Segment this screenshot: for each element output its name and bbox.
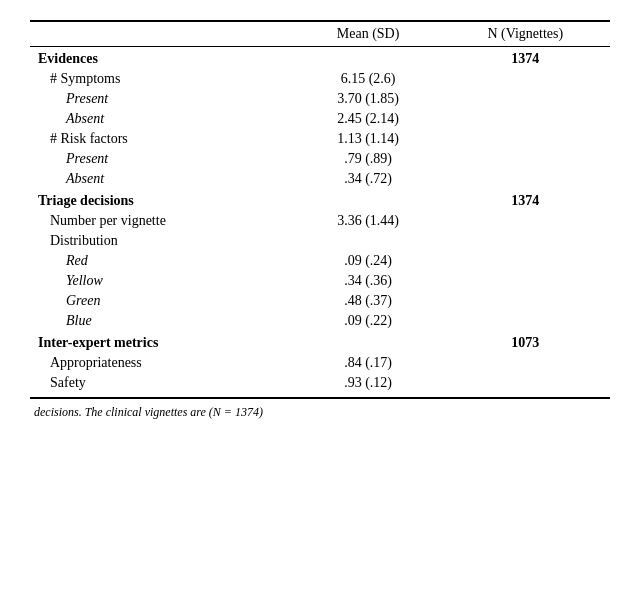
col-label-header	[30, 21, 296, 47]
row-label: Yellow	[30, 271, 296, 291]
table-row: # Risk factors1.13 (1.14)	[30, 129, 610, 149]
table-row: Distribution	[30, 231, 610, 251]
row-mean-sd: .48 (.37)	[296, 291, 441, 311]
row-n-vignettes	[441, 69, 610, 89]
row-mean-sd: .93 (.12)	[296, 373, 441, 398]
row-n-vignettes	[441, 373, 610, 398]
row-label: Present	[30, 149, 296, 169]
row-label: Blue	[30, 311, 296, 331]
row-label: Green	[30, 291, 296, 311]
row-label: # Symptoms	[30, 69, 296, 89]
table-row: Blue.09 (.22)	[30, 311, 610, 331]
table-row: Absent.34 (.72)	[30, 169, 610, 189]
table-row: Green.48 (.37)	[30, 291, 610, 311]
row-n-vignettes: 1374	[441, 47, 610, 70]
row-mean-sd: .09 (.24)	[296, 251, 441, 271]
table-row: Safety.93 (.12)	[30, 373, 610, 398]
row-n-vignettes	[441, 169, 610, 189]
row-label: Present	[30, 89, 296, 109]
row-n-vignettes	[441, 211, 610, 231]
row-n-vignettes	[441, 149, 610, 169]
row-label: Absent	[30, 109, 296, 129]
table-row: Triage decisions1374	[30, 189, 610, 211]
table-header-row: Mean (SD) N (Vignettes)	[30, 21, 610, 47]
row-n-vignettes: 1374	[441, 189, 610, 211]
table-row: Yellow.34 (.36)	[30, 271, 610, 291]
row-label: Distribution	[30, 231, 296, 251]
table-row: Present.79 (.89)	[30, 149, 610, 169]
data-table: Mean (SD) N (Vignettes) Evidences1374# S…	[30, 20, 610, 399]
table-row: Appropriateness.84 (.17)	[30, 353, 610, 373]
table-row: Evidences1374	[30, 47, 610, 70]
row-n-vignettes	[441, 291, 610, 311]
row-label: Safety	[30, 373, 296, 398]
col-mean-sd-header: Mean (SD)	[296, 21, 441, 47]
row-label: Triage decisions	[30, 189, 296, 211]
table-row: Absent2.45 (2.14)	[30, 109, 610, 129]
row-n-vignettes	[441, 251, 610, 271]
table-row: # Symptoms6.15 (2.6)	[30, 69, 610, 89]
row-mean-sd: .09 (.22)	[296, 311, 441, 331]
table-row: Number per vignette3.36 (1.44)	[30, 211, 610, 231]
row-n-vignettes	[441, 89, 610, 109]
col-n-vignettes-header: N (Vignettes)	[441, 21, 610, 47]
table-row: Present3.70 (1.85)	[30, 89, 610, 109]
row-mean-sd	[296, 47, 441, 70]
row-mean-sd: .34 (.36)	[296, 271, 441, 291]
row-n-vignettes	[441, 271, 610, 291]
table-row: Inter-expert metrics1073	[30, 331, 610, 353]
row-label: Inter-expert metrics	[30, 331, 296, 353]
row-mean-sd: 6.15 (2.6)	[296, 69, 441, 89]
row-n-vignettes	[441, 231, 610, 251]
row-n-vignettes	[441, 311, 610, 331]
table-row: Red.09 (.24)	[30, 251, 610, 271]
row-mean-sd: .84 (.17)	[296, 353, 441, 373]
table-container: Mean (SD) N (Vignettes) Evidences1374# S…	[30, 20, 610, 420]
row-label: Absent	[30, 169, 296, 189]
row-label: Evidences	[30, 47, 296, 70]
row-mean-sd: .79 (.89)	[296, 149, 441, 169]
row-label: Appropriateness	[30, 353, 296, 373]
row-mean-sd: 2.45 (2.14)	[296, 109, 441, 129]
row-mean-sd: 3.70 (1.85)	[296, 89, 441, 109]
row-mean-sd: 3.36 (1.44)	[296, 211, 441, 231]
row-n-vignettes: 1073	[441, 331, 610, 353]
row-mean-sd	[296, 231, 441, 251]
row-label: Number per vignette	[30, 211, 296, 231]
row-mean-sd	[296, 331, 441, 353]
row-mean-sd	[296, 189, 441, 211]
row-mean-sd: .34 (.72)	[296, 169, 441, 189]
row-label: # Risk factors	[30, 129, 296, 149]
row-n-vignettes	[441, 109, 610, 129]
row-label: Red	[30, 251, 296, 271]
row-n-vignettes	[441, 353, 610, 373]
row-n-vignettes	[441, 129, 610, 149]
table-footer: decisions. The clinical vignettes are (N…	[30, 405, 610, 420]
row-mean-sd: 1.13 (1.14)	[296, 129, 441, 149]
